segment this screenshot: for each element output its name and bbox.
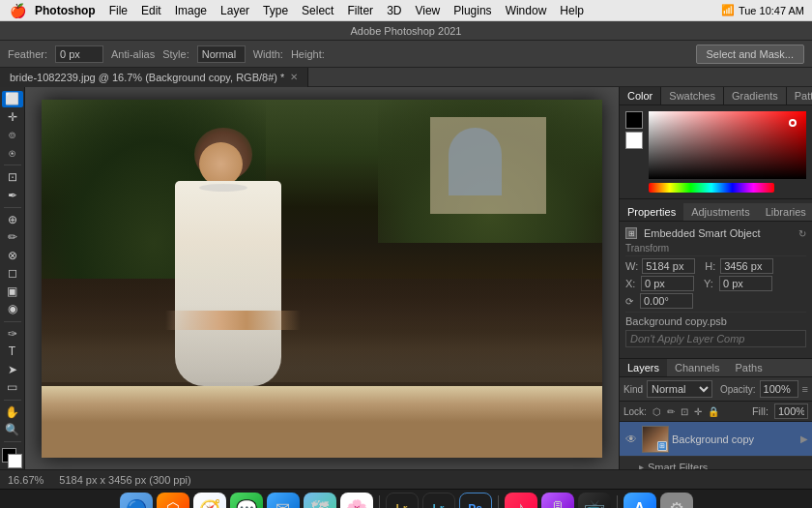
menu-3d[interactable]: 3D [381,0,407,21]
dock-lightroom-classic[interactable]: Lr [386,493,419,509]
dock-podcasts[interactable]: 🎙 [541,493,574,509]
dock-bar: 🔵 ⬡ 🧭 💬 ✉ 🗺 🌸 Lr Lr Ps ♪ 🎙 📺 [0,489,812,508]
menu-file[interactable]: File [103,0,133,21]
smart-filters-icon: ▸ [639,462,644,469]
menu-window[interactable]: Window [500,0,553,21]
tool-separator-1 [4,164,21,165]
tab-color[interactable]: Color [620,87,661,105]
tool-brush[interactable]: ✏ [2,229,23,246]
h-input[interactable] [720,258,773,274]
layer-background-copy[interactable]: 👁 ⊞ Background copy ▶ [620,422,812,457]
feather-label: Feather: [8,48,47,60]
dock-finder[interactable]: 🔵 [120,493,153,509]
appstore-icon: A [634,500,646,509]
color-gradient[interactable] [649,111,806,179]
dock-mail[interactable]: ✉ [267,493,300,509]
dock-safari[interactable]: 🧭 [193,493,226,509]
menu-edit[interactable]: Edit [135,0,167,21]
menu-plugins[interactable]: Plugins [448,0,497,21]
tool-shape[interactable]: ▭ [2,379,23,396]
tool-rectangular-marquee[interactable]: ⬜ [2,91,23,107]
fg-swatch[interactable] [625,111,643,129]
menu-image[interactable]: Image [169,0,213,21]
color-picker-indicator [789,119,797,127]
tool-crop[interactable]: ⊡ [2,169,23,186]
tool-magic-wand[interactable]: ⍟ [2,145,23,162]
tab-gradients[interactable]: Gradients [724,87,787,105]
menubar-wifi: 📶 [721,4,735,16]
angle-input[interactable] [640,293,693,309]
select-mask-button[interactable]: Select and Mask... [696,45,805,64]
transform-header: Transform [625,241,806,256]
menu-help[interactable]: Help [554,0,590,21]
lock-image-btn[interactable]: ✏ [667,406,675,417]
tool-healing-brush[interactable]: ⊕ [2,212,23,228]
apple-menu[interactable]: 🍎 [0,3,35,18]
layer-options-icon[interactable]: ▶ [800,433,808,444]
dock-photos[interactable]: 🌸 [340,493,373,509]
tab-swatches[interactable]: Swatches [661,87,724,105]
dock-music[interactable]: ♪ [505,493,537,509]
tab-layers[interactable]: Layers [620,359,667,376]
layer-comp-input[interactable] [625,330,806,347]
tool-path-selection[interactable]: ➤ [2,361,23,377]
tool-zoom[interactable]: 🔍 [2,422,23,438]
menu-type[interactable]: Type [257,0,294,21]
lock-all-btn[interactable]: 🔒 [708,406,719,417]
tool-blur[interactable]: ◉ [2,301,23,317]
window [449,128,502,195]
dock-launchpad[interactable]: ⬡ [157,493,189,509]
tool-gradient[interactable]: ▣ [2,284,23,300]
dock-systemprefs[interactable]: ⚙ [660,493,693,509]
angle-row: ⟳ [625,293,806,309]
dock-messages[interactable]: 💬 [230,493,263,509]
menu-layer[interactable]: Layer [215,0,255,21]
bg-swatch[interactable] [625,132,643,149]
app-name: Photoshop [35,4,96,17]
menu-filter[interactable]: Filter [341,0,379,21]
x-input[interactable] [641,276,694,291]
dock-photoshop[interactable]: Ps [459,493,492,509]
dock-appstore[interactable]: A [624,493,656,509]
dock-tv[interactable]: 📺 [578,493,611,509]
podcasts-icon: 🎙 [549,498,566,508]
tool-hand[interactable]: ✋ [2,403,23,420]
y-input[interactable] [719,276,772,291]
tool-lasso[interactable]: ⌾ [2,127,23,143]
music-icon: ♪ [516,498,525,508]
close-doc-tab[interactable]: ✕ [290,72,298,82]
doc-tab[interactable]: bride-1082239.jpg @ 16.7% (Background co… [0,68,308,87]
background-color-swatch[interactable] [8,454,22,468]
style-input[interactable] [197,45,246,63]
tab-channels[interactable]: Channels [667,359,727,376]
tab-properties[interactable]: Properties [620,203,683,221]
tool-text[interactable]: T [2,344,23,360]
dock-lightroom[interactable]: Lr [422,493,455,509]
blend-mode-select[interactable]: Normal Multiply Screen Overlay [647,380,712,398]
smart-filters-row[interactable]: ▸ Smart Filters [620,457,812,469]
layer-vis-bg-copy[interactable]: 👁 [624,433,639,446]
fill-input[interactable] [774,403,808,419]
reset-icon[interactable]: ↻ [798,228,806,239]
lock-transparent-btn[interactable]: ⬡ [652,406,661,417]
tab-adjustments[interactable]: Adjustments [683,203,758,221]
lock-position-btn[interactable]: ✛ [694,406,702,417]
opacity-input[interactable] [760,380,798,398]
tool-eyedropper[interactable]: ✒ [2,187,23,203]
tool-pen[interactable]: ✑ [2,325,23,342]
layers-menu-btn[interactable]: ≡ [802,383,808,395]
menu-select[interactable]: Select [296,0,339,21]
lock-artboard-btn[interactable]: ⊡ [681,406,688,417]
tool-eraser[interactable]: ◻ [2,265,23,282]
tab-patterns[interactable]: Patterns [787,87,812,105]
menu-view[interactable]: View [409,0,446,21]
tool-clone-stamp[interactable]: ⊗ [2,248,23,264]
tool-move[interactable]: ✛ [2,109,23,126]
dock-maps[interactable]: 🗺 [304,493,336,509]
canvas-area[interactable] [25,87,619,469]
w-input[interactable] [642,258,695,274]
tab-paths[interactable]: Paths [728,359,770,376]
tab-libraries[interactable]: Libraries [758,203,812,221]
hue-bar[interactable] [649,183,774,193]
feather-input[interactable] [55,45,103,63]
